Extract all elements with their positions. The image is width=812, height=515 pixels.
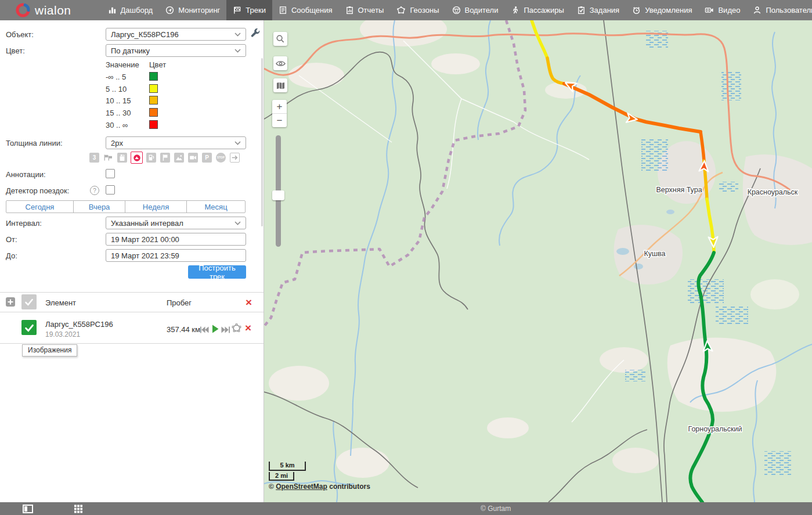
- town-label-krasnouralsk: Красноуральск: [748, 188, 798, 196]
- plus-icon: [8, 299, 13, 305]
- fuel-thefts-toggle[interactable]: [146, 153, 156, 163]
- build-track-button[interactable]: Построить трек: [188, 265, 246, 279]
- tab-users[interactable]: Пользователи: [746, 0, 812, 20]
- tab-passengers[interactable]: Пассажиры: [504, 0, 570, 20]
- check-icon: [24, 323, 35, 333]
- video-markers-toggle[interactable]: [188, 153, 198, 163]
- color-select[interactable]: По датчику: [106, 44, 246, 57]
- map-visibility-button[interactable]: [273, 56, 287, 70]
- chevron-down-icon: [234, 221, 241, 225]
- quick-range-group: Сегодня Вчера Неделя Месяц: [6, 200, 246, 213]
- grid-icon: [74, 505, 83, 513]
- users-icon: [753, 6, 762, 15]
- tab-label: Видео: [718, 6, 740, 15]
- flags-markers-toggle[interactable]: [103, 153, 113, 163]
- line-width-select[interactable]: 2px: [106, 136, 246, 149]
- range-week-button[interactable]: Неделя: [125, 201, 187, 213]
- legend-range: 15 .. 30: [106, 109, 131, 117]
- select-all-checkbox[interactable]: [21, 294, 37, 309]
- track-date: 19.03.2021: [45, 330, 80, 338]
- toggle-sidebar-button[interactable]: [23, 505, 33, 515]
- map-viewport[interactable]: Верхняя Тура Красноуральск Кушва Горноур…: [264, 20, 812, 502]
- tab-geofences[interactable]: Геозоны: [390, 0, 445, 20]
- map-canvas[interactable]: Верхняя Тура Красноуральск Кушва Горноур…: [264, 20, 812, 502]
- zoom-out-button[interactable]: −: [272, 114, 287, 127]
- events-flag-toggle[interactable]: [160, 153, 170, 163]
- mileage-column-header: Пробег: [167, 298, 192, 307]
- map-search-button[interactable]: [273, 32, 287, 46]
- annotations-checkbox[interactable]: [106, 169, 115, 178]
- dashboard-icon: [108, 6, 117, 15]
- follow-track-toggle[interactable]: [230, 153, 240, 163]
- legend-range: 10 .. 15: [106, 96, 131, 105]
- openstreetmap-link[interactable]: OpenStreetMap: [276, 482, 327, 491]
- tab-tracks[interactable]: Треки: [226, 0, 272, 20]
- images-toggle[interactable]: [174, 153, 184, 163]
- zoom-slider-handle[interactable]: [272, 190, 284, 200]
- map-scale-control: 5 km 2 mi: [269, 462, 306, 481]
- tab-label: Мониторинг: [178, 6, 220, 15]
- tab-drivers[interactable]: Водители: [446, 0, 505, 20]
- range-today-button[interactable]: Сегодня: [6, 201, 74, 213]
- jobs-icon: [577, 6, 586, 15]
- speed-gauge-icon: [132, 153, 142, 163]
- passengers-icon: [511, 6, 519, 15]
- attribution-copyright: ©: [269, 482, 274, 491]
- tracks-panel: Объект: Ларгус_К558РС196 Цвет: По датчик…: [0, 20, 264, 502]
- group-markers-toggle[interactable]: 3: [89, 153, 99, 163]
- from-datetime-input[interactable]: [106, 233, 246, 246]
- track-list-header: Элемент Пробег ×: [0, 292, 264, 312]
- object-select[interactable]: Ларгус_К558РС196: [106, 28, 246, 41]
- skip-to-start-icon: [200, 326, 209, 333]
- town-label-verhnyaya-tura: Верхняя Тура: [656, 186, 702, 194]
- track-list-row[interactable]: Ларгус_К558РС196 19.03.2021 357.44 км ×: [0, 312, 264, 344]
- interval-select[interactable]: Указанный интервал: [106, 217, 246, 229]
- tab-messages[interactable]: Сообщения: [272, 0, 339, 20]
- speedings-toggle[interactable]: [131, 152, 143, 164]
- tab-label: Пассажиры: [524, 6, 564, 15]
- wialon-logo[interactable]: wialon: [15, 2, 71, 18]
- remove-all-tracks-button[interactable]: ×: [246, 297, 252, 308]
- tab-dashboard[interactable]: Дашборд: [102, 0, 160, 20]
- playback-play-button[interactable]: [212, 325, 219, 335]
- town-label-kushva: Кушва: [644, 250, 665, 258]
- tab-jobs[interactable]: Задания: [571, 0, 626, 20]
- range-yesterday-button[interactable]: Вчера: [74, 201, 125, 213]
- logo-text: wialon: [35, 3, 71, 17]
- help-icon[interactable]: ?: [90, 186, 99, 195]
- track-area-select-button[interactable]: [232, 323, 241, 334]
- tab-label: Треки: [246, 6, 266, 15]
- remove-track-button[interactable]: ×: [245, 322, 251, 333]
- playback-first-button[interactable]: [200, 326, 209, 335]
- color-label: Цвет:: [6, 46, 25, 55]
- color-select-value: По датчику: [111, 46, 150, 55]
- legend-swatch-orange: [149, 108, 158, 117]
- chevron-down-icon: [234, 141, 241, 145]
- parkings-toggle[interactable]: P: [202, 153, 212, 163]
- sidebar-layout-icon: [23, 505, 33, 513]
- tab-monitoring[interactable]: Мониторинг: [159, 0, 226, 20]
- tab-reports[interactable]: Отчеты: [339, 0, 391, 20]
- attribution-suffix: contributors: [327, 482, 370, 491]
- tab-notifications[interactable]: Уведомления: [626, 0, 698, 20]
- interval-label: Интервал:: [6, 219, 42, 228]
- add-track-button[interactable]: [6, 297, 15, 307]
- track-visibility-checkbox[interactable]: [21, 320, 37, 335]
- playback-last-button[interactable]: [221, 326, 230, 335]
- to-datetime-input[interactable]: [106, 249, 246, 262]
- apps-grid-button[interactable]: [74, 505, 83, 515]
- map-layers-button[interactable]: [273, 78, 287, 92]
- stops-toggle[interactable]: STOP: [216, 153, 226, 163]
- unit-settings-wrench-button[interactable]: [250, 28, 261, 40]
- map-zoom-control: + −: [272, 100, 287, 127]
- range-month-button[interactable]: Месяц: [187, 201, 245, 213]
- panel-scrollbar[interactable]: [261, 58, 263, 226]
- monitoring-icon: [165, 6, 174, 15]
- search-icon: [276, 34, 285, 44]
- track-mileage: 357.44 км: [167, 325, 200, 334]
- fuel-fillings-toggle[interactable]: [117, 153, 127, 163]
- element-column-header: Элемент: [45, 298, 76, 307]
- tab-video[interactable]: Видео: [698, 0, 746, 20]
- trip-detector-checkbox[interactable]: [106, 185, 115, 195]
- zoom-in-button[interactable]: +: [272, 100, 287, 114]
